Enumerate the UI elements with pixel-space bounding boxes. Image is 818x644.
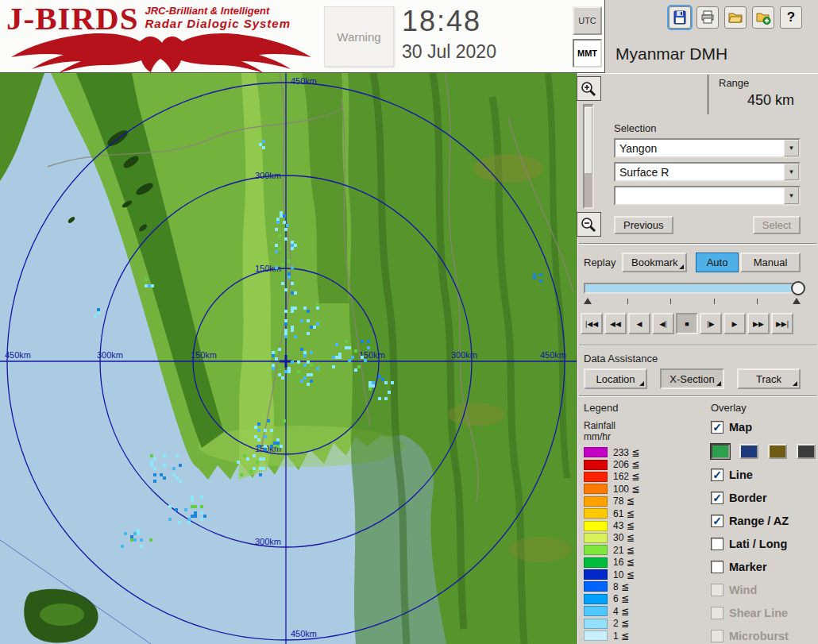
option-dropdown[interactable]: ▼ [614,186,801,206]
tick-icon [757,299,758,304]
site-dropdown[interactable]: Yangon ▼ [614,138,801,158]
legend-value: 30 ≦ [613,532,635,543]
overlay-item-line[interactable]: ✓Line [711,466,816,484]
stop-button[interactable]: ■ [676,313,698,334]
site-dropdown-value: Yangon [615,140,784,156]
warning-label: Warning [337,30,380,44]
tick-icon [714,299,715,304]
overlay-label: Map [729,421,752,434]
legend-unit-line2: mm/hr [584,431,704,442]
zoom-in-button[interactable] [577,76,601,101]
legend-row: 206 ≦ [584,458,704,470]
range-value: 450 km [747,92,794,109]
import-image-button[interactable] [752,6,774,29]
map-color-swatch-2[interactable] [768,444,787,459]
open-folder-button[interactable] [724,6,747,29]
checkbox [711,607,723,619]
timezone-toggle: UTC MMT [573,6,602,67]
x-section-button[interactable]: X-Section [660,368,723,389]
logo: J-BIRDS JRC-Brilliant & Intelligent Rada… [6,2,318,71]
checkbox[interactable]: ✓ [711,492,723,504]
warning-indicator[interactable]: Warning [324,6,394,67]
button-label: Track [756,373,781,385]
range-ring-label: 300km [97,350,123,360]
save-button[interactable] [669,6,691,29]
radar-map[interactable]: 450km300km150km150km300km450km450km300km… [0,73,577,644]
bookmark-label: Bookmark [631,256,678,268]
timeline-thumb[interactable] [791,281,805,295]
zoom-slider[interactable] [583,104,594,209]
option-dropdown-button[interactable]: ▼ [784,187,799,204]
data-assistance-label: Data Assistance [584,353,658,364]
range-block: Range 450 km [577,73,818,118]
play-reverse-button[interactable]: ◀ [628,313,650,334]
manual-mode-button[interactable]: Manual [740,253,801,272]
legend-value: 233 ≦ [613,447,639,458]
overlay-label: Line [729,469,753,481]
checkbox[interactable]: ✓ [711,469,723,481]
clock-date: 30 Jul 2020 [402,41,496,63]
overlay-item-marker[interactable]: Marker [711,558,816,576]
step-back-button[interactable]: ◀| [652,313,674,334]
legend-value: 206 ≦ [613,459,639,470]
previous-button[interactable]: Previous [614,216,673,234]
legend-value: 1 ≦ [613,631,629,642]
auto-mode-button[interactable]: Auto [696,253,739,272]
import-image-icon [755,10,771,25]
step-forward-button[interactable]: |▶ [700,313,722,334]
checkbox[interactable] [711,538,723,550]
print-button[interactable] [696,6,719,29]
checkbox[interactable]: ✓ [711,421,723,434]
bookmark-button[interactable]: Bookmark [622,253,687,272]
legend-row: 1 ≦ [584,630,704,642]
fast-forward-button[interactable]: ▶▶ [747,313,770,334]
legend-entries: 233 ≦206 ≦162 ≦100 ≦78 ≦61 ≦43 ≦30 ≦21 ≦… [584,446,704,642]
legend-color-swatch [584,631,608,641]
overlay-item-border[interactable]: ✓Border [711,489,816,507]
legend-color-swatch [584,496,608,507]
logo-subtitle: JRC-Brilliant & Intelligent Radar Dialog… [145,5,291,30]
select-button[interactable]: Select [753,216,801,234]
map-color-swatch-1[interactable] [739,444,758,459]
overlay-item-lati-long[interactable]: Lati / Long [711,535,816,553]
location-button[interactable]: Location [584,368,647,389]
replay-label: Replay [584,256,622,268]
legend-color-swatch [584,619,608,629]
map-color-swatch-0[interactable] [711,444,730,459]
zoom-slider-thumb[interactable] [585,107,592,174]
skip-to-start-button[interactable]: |◀◀ [581,313,603,334]
legend-color-swatch [584,533,608,543]
legend-color-swatch [584,508,608,519]
skip-to-end-button[interactable]: ▶▶| [771,313,793,334]
utc-button[interactable]: UTC [573,6,602,35]
logo-subtitle-line2: Radar Dialogic System [145,17,291,30]
chevron-down-icon: ▼ [789,145,795,152]
product-dropdown-value: Surface R [615,164,784,180]
site-dropdown-button[interactable]: ▼ [784,140,799,156]
overlay-item-range-az[interactable]: ✓Range / AZ [711,512,816,530]
zoom-out-button[interactable] [577,212,601,237]
overlay-panel: Overlay ✓Map✓Line✓Border✓Range / AZLati … [711,402,816,644]
fast-rewind-button[interactable]: ◀◀ [604,313,627,334]
map-color-swatch-3[interactable] [797,444,816,459]
track-button[interactable]: Track [737,368,801,389]
play-button[interactable]: ▶ [723,313,746,334]
overlay-item-map[interactable]: ✓Map [711,418,816,436]
checkbox[interactable] [711,561,723,573]
product-dropdown[interactable]: Surface R ▼ [614,162,801,182]
help-button[interactable]: ? [780,6,802,29]
selection-label: Selection [614,122,801,134]
chevron-down-icon: ▼ [789,192,795,199]
zoom-in-icon [580,80,597,98]
legend-row: 78 ≦ [584,496,704,507]
legend-color-swatch [584,581,608,592]
replay-timeline-slider[interactable] [584,283,801,294]
product-dropdown-button[interactable]: ▼ [784,164,799,180]
overlay-label: Lati / Long [729,538,787,550]
control-panel: Range 450 km Selection Yangon ▼ Surface … [577,73,818,644]
map-color-swatches [711,442,816,461]
mmt-button[interactable]: MMT [573,39,602,67]
checkbox[interactable]: ✓ [711,515,723,527]
range-ring-label: 300km [451,350,477,360]
range-ring-label: 300km [255,537,281,546]
